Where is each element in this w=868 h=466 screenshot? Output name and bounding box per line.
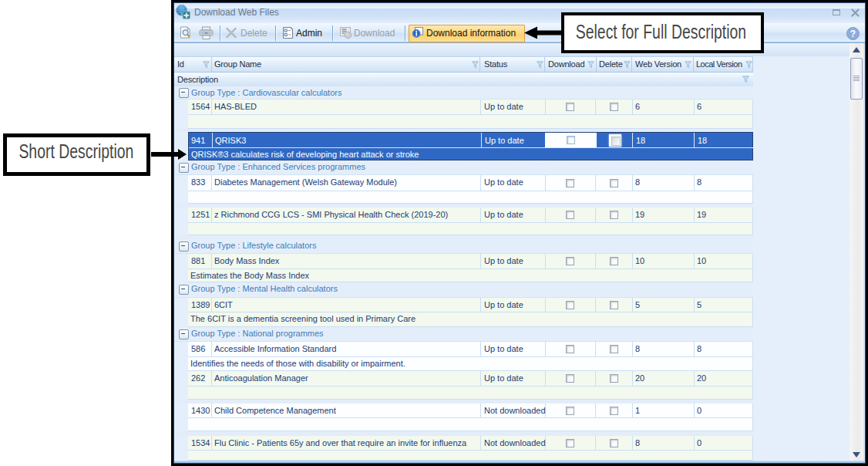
svg-text:?: ? (850, 29, 856, 39)
